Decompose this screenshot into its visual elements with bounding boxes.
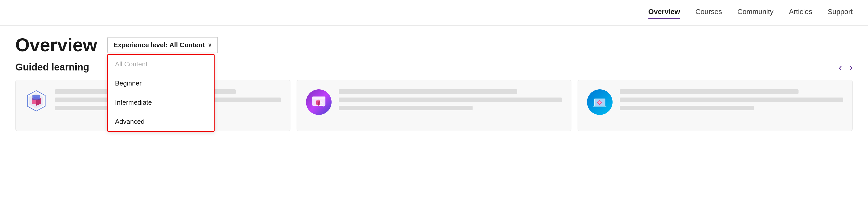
card-2-line-2 (339, 98, 562, 102)
prev-arrow[interactable]: ‹ (839, 62, 842, 72)
card-1-icon (25, 89, 48, 113)
nav-arrows: ‹ › (839, 62, 853, 72)
top-nav: Overview Courses Community Articles Supp… (0, 0, 868, 26)
card-3-line-3 (620, 106, 754, 110)
card-3-line-1 (620, 89, 799, 94)
card-3-content (620, 89, 843, 114)
dropdown-option-advanced[interactable]: Advanced (108, 112, 214, 131)
nav-item-support[interactable]: Support (828, 8, 853, 18)
svg-rect-16 (593, 106, 607, 107)
dropdown-option-intermediate[interactable]: Intermediate (108, 93, 214, 112)
page-title: Overview (15, 36, 97, 54)
card-3[interactable] (578, 80, 853, 131)
next-arrow[interactable]: › (849, 62, 853, 72)
card-3-icon (587, 89, 613, 115)
nav-items: Overview Courses Community Articles Supp… (648, 8, 853, 18)
experience-level-dropdown-wrapper: Experience level: All Content ∨ All Cont… (107, 37, 218, 53)
nav-item-overview[interactable]: Overview (648, 8, 680, 18)
card-2-line-3 (339, 106, 473, 110)
experience-level-dropdown-trigger[interactable]: Experience level: All Content ∨ (107, 37, 218, 53)
dropdown-option-all[interactable]: All Content (108, 55, 214, 74)
dropdown-option-beginner[interactable]: Beginner (108, 74, 214, 93)
nav-item-courses[interactable]: Courses (695, 8, 722, 18)
main-content: Overview Experience level: All Content ∨… (0, 26, 868, 205)
guided-learning-title: Guided learning (15, 62, 89, 73)
header-row: Overview Experience level: All Content ∨… (15, 36, 853, 54)
card-2[interactable] (297, 80, 572, 131)
card-2-icon (306, 89, 332, 115)
svg-rect-6 (33, 96, 40, 99)
nav-item-community[interactable]: Community (738, 8, 774, 18)
nav-item-articles[interactable]: Articles (789, 8, 812, 18)
chevron-down-icon: ∨ (208, 42, 212, 48)
experience-level-dropdown-menu: All Content Beginner Intermediate Advanc… (107, 54, 215, 132)
card-3-line-2 (620, 98, 843, 102)
page-wrapper: Overview Courses Community Articles Supp… (0, 0, 868, 205)
card-2-content (339, 89, 562, 114)
card-2-line-1 (339, 89, 518, 94)
svg-rect-8 (312, 97, 326, 99)
svg-point-18 (598, 101, 601, 104)
dropdown-trigger-label: Experience level: All Content (114, 41, 205, 49)
